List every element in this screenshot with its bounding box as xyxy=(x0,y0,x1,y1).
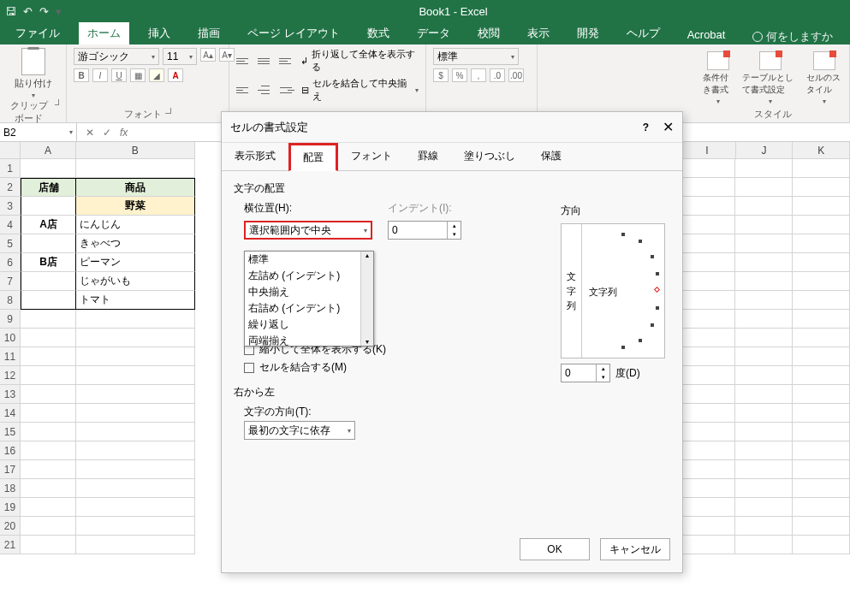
cell[interactable] xyxy=(678,460,735,479)
italic-button[interactable]: I xyxy=(92,68,108,82)
underline-button[interactable]: U xyxy=(111,68,127,82)
orientation-dial[interactable]: 文字列 xyxy=(582,224,664,358)
cell[interactable] xyxy=(735,536,793,554)
clipboard-launcher-icon[interactable] xyxy=(55,99,59,105)
ok-button[interactable]: OK xyxy=(520,538,590,560)
tab-help[interactable]: ヘルプ xyxy=(618,22,669,44)
cell[interactable] xyxy=(735,498,793,517)
cell[interactable] xyxy=(793,441,850,460)
cell[interactable] xyxy=(21,366,76,385)
dlg-tab-font[interactable]: フォント xyxy=(338,143,405,170)
wrap-text-button[interactable]: ↲ 折り返して全体を表示する xyxy=(300,48,419,74)
cell[interactable] xyxy=(21,479,76,498)
cell[interactable] xyxy=(793,347,850,366)
redo-icon[interactable]: ↷ xyxy=(39,5,49,18)
cancel-edit-icon[interactable]: ✕ xyxy=(86,127,94,139)
h-option-1[interactable]: 左詰め (インデント) xyxy=(245,268,373,284)
dialog-help-icon[interactable]: ? xyxy=(643,121,649,133)
percent-button[interactable]: % xyxy=(452,68,467,82)
cell[interactable]: ピーマン xyxy=(76,253,195,272)
cell[interactable]: じゃがいも xyxy=(76,272,195,291)
cell[interactable] xyxy=(76,517,195,536)
row-head[interactable]: 17 xyxy=(0,460,21,479)
align-left-button[interactable] xyxy=(236,84,251,96)
textdir-combo[interactable]: 最初の文字に依存▾ xyxy=(244,421,355,440)
border-button[interactable]: ▦ xyxy=(130,68,146,82)
cell[interactable] xyxy=(793,291,850,310)
cell[interactable] xyxy=(793,536,850,554)
cell[interactable]: トマト xyxy=(76,291,195,310)
dlg-tab-alignment[interactable]: 配置 xyxy=(288,143,338,171)
cell[interactable] xyxy=(21,329,76,347)
cell[interactable] xyxy=(793,234,850,253)
inc-decimal-button[interactable]: .0 xyxy=(490,68,505,82)
col-head-k[interactable]: K xyxy=(793,142,850,159)
cell[interactable] xyxy=(735,441,793,460)
cell[interactable] xyxy=(21,498,76,517)
font-name-combo[interactable]: 游ゴシック▾ xyxy=(74,48,159,65)
cell[interactable] xyxy=(21,234,76,253)
cell[interactable] xyxy=(21,536,76,554)
tab-insert[interactable]: 挿入 xyxy=(140,22,179,44)
cell[interactable] xyxy=(76,159,195,178)
undo-icon[interactable]: ↶ xyxy=(23,5,33,18)
cell[interactable] xyxy=(735,423,793,441)
font-launcher-icon[interactable] xyxy=(165,108,171,114)
cell[interactable] xyxy=(735,291,793,310)
row-head[interactable]: 2 xyxy=(0,178,21,197)
row-head[interactable]: 15 xyxy=(0,423,21,441)
cell[interactable] xyxy=(76,347,195,366)
cell[interactable] xyxy=(678,178,735,197)
spinner-down-icon[interactable]: ▾ xyxy=(447,230,461,239)
cell[interactable]: 商品 xyxy=(76,178,195,197)
tab-acrobat[interactable]: Acrobat xyxy=(679,25,734,44)
row-head[interactable]: 18 xyxy=(0,479,21,498)
degree-spinner[interactable]: 0 ▴▾ xyxy=(561,364,610,382)
cell[interactable] xyxy=(793,310,850,329)
h-option-4[interactable]: 繰り返し xyxy=(245,317,373,333)
row-head[interactable]: 8 xyxy=(0,291,21,310)
cell[interactable] xyxy=(76,310,195,329)
cell[interactable] xyxy=(735,272,793,291)
cell[interactable] xyxy=(76,385,195,404)
cell[interactable] xyxy=(793,423,850,441)
cell[interactable] xyxy=(76,329,195,347)
h-option-2[interactable]: 中央揃え xyxy=(245,284,373,300)
dlg-tab-protection[interactable]: 保護 xyxy=(528,143,574,170)
cell[interactable] xyxy=(735,385,793,404)
row-head[interactable]: 13 xyxy=(0,385,21,404)
cell[interactable] xyxy=(76,536,195,554)
qat-caret-icon[interactable]: ▾ xyxy=(56,5,62,18)
comma-button[interactable]: , xyxy=(471,68,486,82)
cell[interactable]: 野菜 xyxy=(76,197,195,216)
cell[interactable] xyxy=(735,404,793,423)
cell[interactable] xyxy=(735,178,793,197)
cell[interactable] xyxy=(76,366,195,385)
tab-pagelayout[interactable]: ページ レイアウト xyxy=(239,22,348,44)
cell[interactable] xyxy=(735,159,793,178)
cell[interactable] xyxy=(21,423,76,441)
row-head[interactable]: 9 xyxy=(0,310,21,329)
merge-center-button[interactable]: ⊟ セルを結合して中央揃え ▾ xyxy=(301,77,419,103)
dialog-titlebar[interactable]: セルの書式設定 ? ✕ xyxy=(222,112,682,143)
font-color-button[interactable]: A xyxy=(168,68,183,82)
row-head[interactable]: 19 xyxy=(0,498,21,517)
cell[interactable] xyxy=(76,498,195,517)
orientation-vertical-button[interactable]: 文字列 xyxy=(562,224,582,358)
number-format-combo[interactable]: 標準▾ xyxy=(433,48,519,65)
cell[interactable] xyxy=(678,347,735,366)
cell[interactable] xyxy=(678,366,735,385)
cell[interactable] xyxy=(678,253,735,272)
indent-spinner[interactable]: 0 ▴▾ xyxy=(388,221,461,240)
cell[interactable] xyxy=(678,197,735,216)
cell[interactable] xyxy=(678,216,735,234)
cell[interactable] xyxy=(735,460,793,479)
h-option-5[interactable]: 両端揃え xyxy=(245,333,373,346)
cell[interactable] xyxy=(678,517,735,536)
cell-styles-button[interactable]: セルのスタイル▾ xyxy=(806,51,842,105)
cell[interactable] xyxy=(793,498,850,517)
col-head-a[interactable]: A xyxy=(21,142,76,159)
row-head[interactable]: 20 xyxy=(0,517,21,536)
cell[interactable] xyxy=(76,441,195,460)
cell[interactable] xyxy=(21,404,76,423)
